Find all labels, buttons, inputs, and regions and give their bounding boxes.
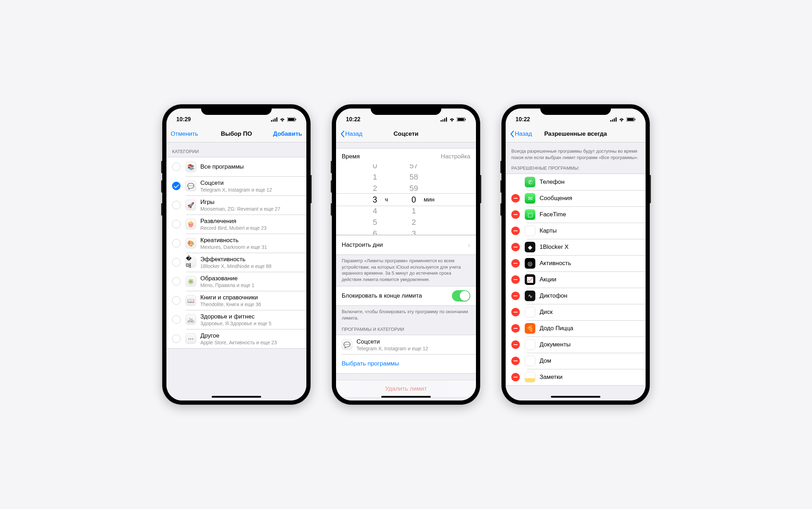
svg-rect-8 [442,119,443,122]
check-circle[interactable] [172,201,181,209]
screen-always-allowed: 10:22 Назад Разрешенные всегда Всегда ра… [506,109,646,400]
category-icon: �매 [186,257,196,268]
app-title: Акции [540,276,557,283]
category-row[interactable]: 🚲Здоровье и фитнесЗдоровье, Я.Здоровье и… [166,310,306,329]
check-circle[interactable] [172,315,181,324]
chevron-left-icon [510,130,514,138]
check-circle[interactable] [172,296,181,305]
allowed-app-row: ✆Телефон [506,174,646,190]
category-row[interactable]: 📖Книги и справочникиTheodolite, Книги и … [166,291,306,310]
app-icon: ✉ [525,193,535,204]
app-title: Телефон [540,179,565,186]
cancel-button[interactable]: Отменить [171,130,198,138]
remove-button[interactable] [511,324,520,333]
category-icon: 📖 [186,295,196,306]
app-title: Додо Пицца [540,325,573,332]
remove-button[interactable] [511,210,520,219]
time-label: Время [342,153,360,160]
app-icon: ▤ [525,339,535,350]
category-subtitle: Record Bird, Mubert и еще 23 [200,225,301,231]
check-circle[interactable] [172,239,181,247]
notch [371,104,441,115]
svg-rect-5 [288,118,294,121]
remove-button[interactable] [511,194,520,203]
check-circle[interactable] [172,182,181,190]
check-circle[interactable] [172,334,181,343]
add-button[interactable]: Добавить [273,130,302,138]
signal-icon [610,117,617,122]
intro-text: Всегда разрешенные программы будут досту… [506,142,646,164]
remove-button[interactable] [511,292,520,300]
block-at-end-row: Блокировать в конце лимита [336,286,476,305]
category-row[interactable]: 📚Все программы [166,157,306,176]
hours-wheel[interactable]: 0123456ч [368,164,382,235]
category-subtitle: Mooseman, ZG: Revenant и еще 27 [200,206,301,212]
app-title: Документы [540,341,571,348]
home-indicator[interactable] [551,396,600,398]
category-title: Другое [200,332,301,339]
choose-apps-row[interactable]: Выбрать программы [336,354,476,373]
app-title: Карты [540,227,557,234]
remove-button[interactable] [511,357,520,365]
customize-days-row[interactable]: Настроить дни › [336,235,476,255]
check-circle[interactable] [172,258,181,267]
category-title: Развлечения [200,218,301,225]
footer-note-1: Параметр «Лимиты программ» применяется к… [336,255,476,286]
svg-rect-6 [295,119,296,121]
app-title: FaceTime [540,211,566,218]
remove-button[interactable] [511,275,520,284]
status-time: 10:22 [346,116,360,123]
category-subtitle: 1Blocker X, MindNode и еще 88 [200,263,301,269]
phone-mockup-2: 10:22 Назад Соцсети Время Настройка [332,104,480,405]
remove-button[interactable] [511,259,520,268]
category-row[interactable]: 💬СоцсетиTelegram X, Instagram и еще 12 [166,176,306,195]
time-picker[interactable]: 0123456ч 5758590123мин [336,164,476,235]
home-indicator[interactable] [381,396,431,398]
app-title: Активность [540,260,571,267]
screen-choose-software: 10:29 Отменить Выбор ПО Добавить КАТЕГОР… [166,109,306,400]
back-button[interactable]: Назад [510,130,532,138]
category-row[interactable]: ⋯ДругоеApple Store, Активность и еще 23 [166,329,306,348]
allowed-app-row: 🗺Карты [506,223,646,239]
category-list: 📚Все программы💬СоцсетиTelegram X, Instag… [166,157,306,349]
check-circle[interactable] [172,277,181,286]
minutes-wheel[interactable]: 5758590123мин [407,164,421,235]
app-icon: ∿ [525,291,535,301]
category-row[interactable]: �매Эффективность1Blocker X, MindNode и ещ… [166,253,306,272]
block-switch[interactable] [452,290,470,302]
remove-button[interactable] [511,373,520,381]
home-indicator[interactable] [212,396,261,398]
social-icon: 💬 [342,339,352,350]
allowed-app-row: ∿Диктофон [506,288,646,304]
category-row[interactable]: 🚀ИгрыMooseman, ZG: Revenant и еще 27 [166,195,306,215]
category-row[interactable]: ✳️ОбразованиеMimo, Правила и еще 1 [166,272,306,291]
svg-rect-0 [271,120,272,122]
category-row[interactable]: 🎨КреативностьMextures, Darkroom и еще 31 [166,234,306,253]
back-button[interactable]: Назад [340,130,363,138]
delete-limit-button[interactable]: Удалить лимит [336,380,476,397]
remove-button[interactable] [511,340,520,349]
app-icon: ▲ [525,307,535,317]
allowed-app-row: ⌂Дом [506,353,646,369]
category-icon: 🍿 [186,219,196,229]
check-circle[interactable] [172,220,181,228]
nav-bar: Назад Разрешенные всегда [506,125,646,142]
app-icon: ⌂ [525,356,535,366]
allowed-app-row: ✉Сообщения [506,190,646,206]
app-icon [525,372,535,382]
check-circle[interactable] [172,163,181,171]
wifi-icon [279,117,286,122]
remove-button[interactable] [511,243,520,251]
svg-rect-13 [465,119,466,121]
notch [201,104,272,115]
category-row[interactable]: 🍿РазвлеченияRecord Bird, Mubert и еще 23 [166,215,306,234]
remove-button[interactable] [511,308,520,316]
category-title: Все программы [200,163,301,170]
svg-rect-3 [276,117,277,122]
allowed-app-row: ▢FaceTime [506,206,646,223]
category-title: Книги и справочники [200,294,301,301]
category-row-social[interactable]: 💬 Соцсети Telegram X, Instagram и еще 12 [336,335,476,354]
app-title: Дом [540,357,551,364]
category-icon: 🚲 [186,314,196,325]
remove-button[interactable] [511,227,520,235]
